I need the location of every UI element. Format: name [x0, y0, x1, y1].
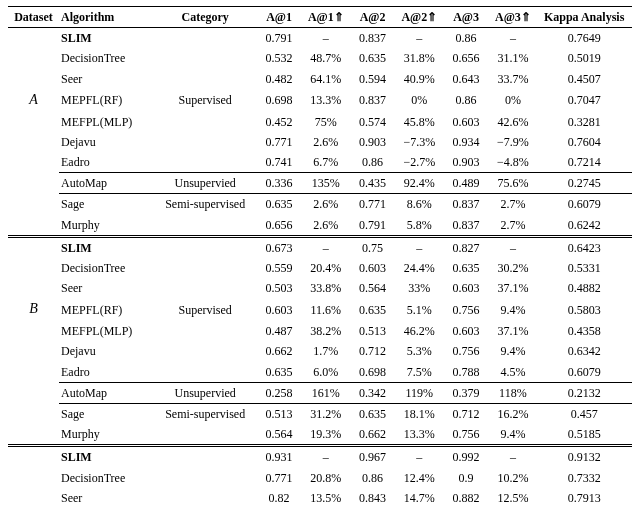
- kappa: 0.4882: [536, 278, 632, 298]
- table-row: Dejavu0.7712.6%0.903−7.3%0.934−7.9%0.760…: [8, 132, 632, 152]
- kappa: 0.6079: [536, 362, 632, 383]
- a1: 0.482: [256, 69, 303, 89]
- a2u: 45.8%: [396, 112, 443, 132]
- kappa: 0.6342: [536, 341, 632, 361]
- category-cell: [155, 424, 256, 446]
- a2: 0.86: [349, 152, 396, 173]
- algorithm-cell: MEFPL(MLP): [59, 321, 155, 341]
- table-row: AMEPFL(RF)Supervised0.69813.3%0.8370%0.8…: [8, 89, 632, 112]
- a3u: 4.5%: [490, 362, 537, 383]
- category-cell: [155, 132, 256, 152]
- a2u: 33%: [396, 278, 443, 298]
- a1u: 38.2%: [302, 321, 349, 341]
- a1: 0.336: [256, 173, 303, 194]
- category-cell: Semi-supervised: [155, 194, 256, 215]
- kappa: 0.2745: [536, 173, 632, 194]
- a2: 0.662: [349, 424, 396, 446]
- a1u: 13.3%: [302, 89, 349, 112]
- a1: 0.503: [256, 278, 303, 298]
- col-a2u: A@2⇑: [396, 7, 443, 28]
- a2u: –: [396, 446, 443, 468]
- a2u: 46.2%: [396, 321, 443, 341]
- algorithm-cell: Dejavu: [59, 132, 155, 152]
- a2u: 31.8%: [396, 48, 443, 68]
- algorithm-cell: Sage: [59, 403, 155, 424]
- category-cell: Unsupervied: [155, 382, 256, 403]
- table-row: SLIM0.791–0.837–0.86–0.7649: [8, 28, 632, 49]
- dataset-cell: [8, 468, 59, 488]
- algorithm-cell: Seer: [59, 278, 155, 298]
- category-cell: [155, 278, 256, 298]
- a3u: 33.7%: [490, 69, 537, 89]
- table-row: SageSemi-supervised0.51331.2%0.63518.1%0…: [8, 403, 632, 424]
- a2: 0.342: [349, 382, 396, 403]
- a2u: 40.9%: [396, 69, 443, 89]
- category-cell: [155, 446, 256, 468]
- a2: 0.771: [349, 194, 396, 215]
- a3: 0.489: [443, 173, 490, 194]
- kappa: 0.5185: [536, 424, 632, 446]
- a2: 0.967: [349, 446, 396, 468]
- table-row: MEFPL(MLP)0.48738.2%0.51346.2%0.60337.1%…: [8, 321, 632, 341]
- table-row: Seer0.8213.5%0.84314.7%0.88212.5%0.7913: [8, 488, 632, 508]
- algorithm-cell: SLIM: [59, 236, 155, 258]
- a3u: 0%: [490, 89, 537, 112]
- col-kappa: Kappa Analysis: [536, 7, 632, 28]
- a3: 0.603: [443, 278, 490, 298]
- a2u: −2.7%: [396, 152, 443, 173]
- a3: 0.603: [443, 112, 490, 132]
- a2: 0.574: [349, 112, 396, 132]
- a1u: 1.7%: [302, 341, 349, 361]
- dataset-cell: [8, 362, 59, 383]
- category-cell: [155, 488, 256, 508]
- dataset-cell: [8, 258, 59, 278]
- category-cell: [155, 362, 256, 383]
- algorithm-cell: Murphy: [59, 215, 155, 237]
- a3: 0.756: [443, 424, 490, 446]
- kappa: 0.7649: [536, 28, 632, 49]
- category-cell: [155, 236, 256, 258]
- a2u: 8.6%: [396, 194, 443, 215]
- a3: 0.756: [443, 341, 490, 361]
- a3u: –: [490, 446, 537, 468]
- a2u: 5.3%: [396, 341, 443, 361]
- a1: 0.635: [256, 194, 303, 215]
- dataset-cell: B: [8, 298, 59, 321]
- a3: 0.903: [443, 152, 490, 173]
- a2: 0.513: [349, 321, 396, 341]
- a2: 0.837: [349, 89, 396, 112]
- a2u: 92.4%: [396, 173, 443, 194]
- dataset-cell: [8, 236, 59, 258]
- a2u: 7.5%: [396, 362, 443, 383]
- results-table: Dataset Algorithm Category A@1 A@1⇑ A@2 …: [8, 6, 632, 511]
- category-cell: Semi-supervised: [155, 403, 256, 424]
- col-a1u: A@1⇑: [302, 7, 349, 28]
- table-row: DecisionTree0.77120.8%0.8612.4%0.910.2%0…: [8, 468, 632, 488]
- dataset-cell: [8, 173, 59, 194]
- a3u: −7.9%: [490, 132, 537, 152]
- category-cell: [155, 258, 256, 278]
- a1: 0.603: [256, 298, 303, 321]
- a1: 0.82: [256, 488, 303, 508]
- a1: 0.931: [256, 446, 303, 468]
- a3: 0.934: [443, 132, 490, 152]
- a3: 0.379: [443, 382, 490, 403]
- table-row: MEFPL(MLP)0.45275%0.57445.8%0.60342.6%0.…: [8, 112, 632, 132]
- a3u: 16.2%: [490, 403, 537, 424]
- kappa: 0.4358: [536, 321, 632, 341]
- category-cell: [155, 468, 256, 488]
- a1u: 64.1%: [302, 69, 349, 89]
- a3: 0.9: [443, 468, 490, 488]
- a1: 0.258: [256, 382, 303, 403]
- dataset-cell: [8, 132, 59, 152]
- dataset-cell: [8, 278, 59, 298]
- col-a3u: A@3⇑: [490, 7, 537, 28]
- algorithm-cell: MEPFL(RF): [59, 89, 155, 112]
- a3: 0.86: [443, 89, 490, 112]
- table-row: DecisionTree0.53248.7%0.63531.8%0.65631.…: [8, 48, 632, 68]
- algorithm-cell: DecisionTree: [59, 468, 155, 488]
- a1: 0.559: [256, 258, 303, 278]
- kappa: 0.6423: [536, 236, 632, 258]
- table-row: DecisionTree0.55920.4%0.60324.4%0.63530.…: [8, 258, 632, 278]
- table-row: AutoMapUnsupervied0.258161%0.342119%0.37…: [8, 382, 632, 403]
